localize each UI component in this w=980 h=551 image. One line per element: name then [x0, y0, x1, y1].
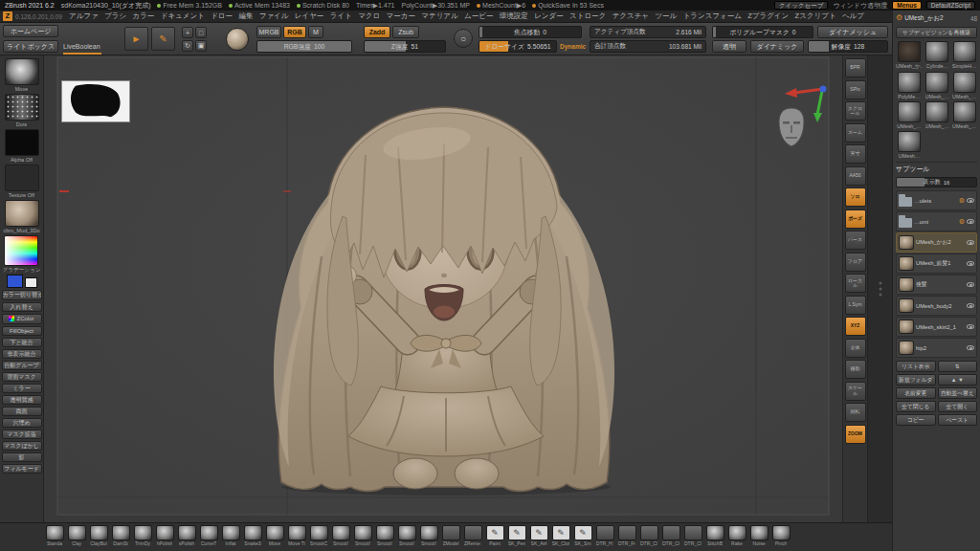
menu-item[interactable]: テクスチャ [609, 11, 652, 21]
shelf-button[interactable]: AA50 [845, 166, 866, 186]
quicksave-button[interactable]: クイックセーブ [774, 1, 828, 10]
shelf-button[interactable]: フロア [845, 253, 866, 272]
draw-size-slider[interactable]: ドローサイズ5.50651 [479, 40, 557, 53]
brush-preset[interactable]: SK_Sm [572, 525, 593, 546]
menu-item[interactable]: ドロー [208, 11, 235, 21]
rgb-button[interactable]: RGB [283, 26, 306, 38]
brush-preset[interactable]: Clay [66, 525, 87, 546]
shelf-button[interactable]: ポーズ [845, 209, 866, 229]
shelf-button[interactable]: 透明質感 [2, 395, 42, 406]
subtool-row[interactable]: 後髪 ⚙ [896, 275, 977, 295]
tool-item[interactable]: PolyMe… [896, 72, 923, 99]
brush-preset[interactable]: SmootC [308, 525, 329, 546]
homepage-button[interactable]: ホームページ [3, 25, 58, 37]
shelf-button[interactable]: フィルモード [2, 464, 42, 474]
shelf-button[interactable]: 全体 [845, 339, 866, 358]
brush-preset[interactable]: StitchB [704, 525, 725, 546]
brush-preset[interactable]: Move [264, 525, 285, 546]
zsub-button[interactable]: Zsub [392, 26, 419, 38]
brush-preset[interactable]: SK_Airl [528, 525, 549, 546]
shelf-button[interactable]: 移動 [845, 360, 866, 379]
transparent-button[interactable]: 透明 [712, 40, 746, 53]
lightbox-button[interactable]: ライトボックス [3, 40, 58, 53]
rgb-intensity-slider[interactable]: RGB強度100 [256, 40, 352, 53]
shelf-button[interactable]: パース [845, 231, 866, 250]
rebuild-subdiv-button[interactable]: サブディビジョンを再構築 [896, 27, 977, 38]
brush-preset[interactable]: Standa [44, 525, 65, 546]
current-alpha[interactable]: Alpha Off [5, 129, 39, 163]
current-stroke[interactable]: Dots [5, 94, 39, 127]
dynamic-mode-label[interactable]: Dynamic [560, 40, 586, 53]
subtool-action-button[interactable]: 名前変更 [896, 387, 936, 399]
subtool-row[interactable]: hip2 ⚙ [896, 338, 977, 358]
subtool-action-button[interactable]: ▲ ▼ [938, 374, 978, 386]
subtool-action-button[interactable]: ⇅ [938, 361, 978, 372]
subtool-action-button[interactable]: ペースト [938, 414, 978, 426]
camera-head-icon[interactable] [775, 105, 808, 149]
menu-item[interactable]: Zスクリプト [791, 11, 838, 21]
tool-item[interactable]: UMesh_… [924, 101, 950, 129]
livebool-label[interactable]: LiveBoolean [63, 40, 100, 53]
shelf-button[interactable]: ZOOM [845, 425, 866, 444]
shelf-button[interactable]: ミラー [2, 384, 42, 394]
brush-preset[interactable]: TrimDy [132, 525, 153, 546]
document-canvas[interactable] [44, 55, 842, 522]
shelf-button[interactable]: スケール [845, 382, 866, 401]
subtool-action-button[interactable]: 全て開く [938, 401, 978, 412]
visibility-eye-icon[interactable] [967, 261, 974, 266]
shelf-button[interactable]: 非表示統合 [2, 349, 42, 360]
dynamic-subdiv-button[interactable]: ダイナミック [750, 40, 804, 53]
brush-preset[interactable]: Pinch [770, 525, 791, 546]
shelf-button[interactable]: 自動グループ [2, 361, 42, 371]
menu-item[interactable]: アルファ [66, 11, 101, 21]
zcolor-button[interactable]: ZColor [2, 314, 42, 324]
menu-item[interactable]: ムービー [461, 11, 497, 21]
mrgb-button[interactable]: MRGB [256, 26, 281, 38]
tool-item[interactable]: UMesh_か… [896, 41, 923, 70]
visibility-eye-icon[interactable] [967, 282, 974, 287]
brush-preset[interactable]: DTR_Cl [638, 525, 659, 546]
brush-preset[interactable]: DamSt [110, 525, 131, 546]
brush-preset[interactable]: Move Ti [286, 525, 307, 546]
secondary-color-swatch[interactable] [25, 277, 37, 288]
subtool-row[interactable]: UMesh_body2 ⚙ [896, 296, 977, 316]
shelf-button[interactable]: 回転 [845, 403, 866, 422]
frame-icon[interactable]: ▣ [195, 40, 207, 52]
brush-preset[interactable]: ClayBui [88, 525, 109, 546]
brush-preset[interactable]: CurveT [198, 525, 219, 546]
subtool-row[interactable]: …ulets ⚙ [896, 190, 977, 210]
menu-item[interactable]: カラー [129, 11, 157, 21]
shelf-button[interactable]: ローカル [845, 274, 866, 293]
rotate-gizmo-icon[interactable]: ↻ [182, 40, 193, 52]
subtool-row[interactable]: …omi ⚙ [896, 211, 977, 231]
resolution-slider[interactable]: 解像度128 [808, 40, 888, 53]
brush-preset[interactable]: DTR_Fr [616, 525, 637, 546]
shelf-button[interactable]: 実寸 [845, 144, 866, 164]
default-zscript-button[interactable]: DefaultZScript [926, 1, 975, 10]
visibility-eye-icon[interactable] [967, 303, 974, 308]
menu-item[interactable]: レイヤー [292, 11, 327, 21]
visibility-eye-icon[interactable] [967, 198, 974, 203]
brush-preset[interactable]: DTR_Cl [682, 525, 703, 546]
brush-preset[interactable]: Inflat [220, 525, 241, 546]
shelf-button[interactable]: XYZ [845, 317, 866, 336]
main-color-swatch[interactable] [7, 275, 23, 288]
draw-pointer-icon[interactable]: ► [124, 27, 148, 51]
shelf-button[interactable]: ソロ [845, 187, 866, 207]
shelf-button[interactable]: FillObject [2, 326, 42, 337]
brush-preset[interactable]: Rake [726, 525, 747, 546]
scale-gizmo-icon[interactable]: □ [195, 27, 207, 38]
tray-divider[interactable] [867, 55, 892, 522]
brush-preset[interactable]: Paint [484, 525, 505, 546]
menu-item[interactable]: 環境設定 [497, 11, 531, 21]
current-material-thumbnail[interactable] [226, 28, 249, 51]
brush-preset[interactable]: SK_Pen [506, 525, 527, 546]
brush-preset[interactable]: Snake3 [242, 525, 263, 546]
swap-color-button[interactable]: 入れ替え [2, 302, 42, 313]
shelf-button[interactable]: L.Sym [845, 296, 866, 315]
shelf-button[interactable]: 穴埋め [2, 418, 42, 429]
tool-item[interactable]: UMesh_… [952, 72, 978, 99]
menu-item[interactable]: マクロ [355, 11, 383, 21]
menu-item[interactable]: ヘルプ [839, 11, 867, 21]
brush-preset[interactable]: Smoot! [330, 525, 351, 546]
